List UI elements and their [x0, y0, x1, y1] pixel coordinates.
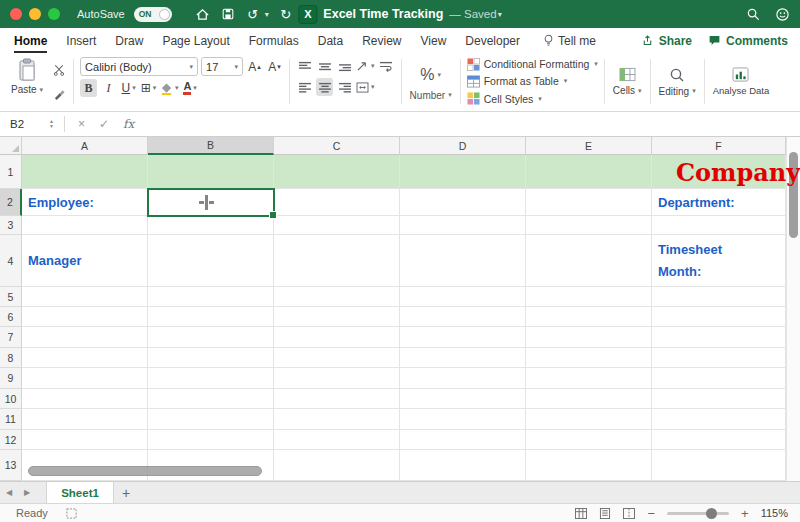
title-chevron-icon[interactable]: ▾ [498, 10, 502, 19]
formula-input[interactable] [141, 112, 800, 136]
cell-e13[interactable] [526, 450, 652, 481]
underline-button[interactable]: U▾ [120, 79, 137, 97]
selection-mode-icon[interactable] [66, 508, 77, 519]
cell-d1[interactable] [400, 155, 526, 189]
cell-styles-button[interactable]: Cell Styles ▾ [467, 92, 598, 106]
zoom-slider-knob[interactable] [706, 508, 717, 519]
tab-review[interactable]: Review [362, 28, 401, 53]
cell-c8[interactable] [274, 348, 400, 368]
cell-e8[interactable] [526, 348, 652, 368]
cell-b1[interactable] [148, 155, 274, 189]
tab-data[interactable]: Data [318, 28, 343, 53]
cell-b3[interactable] [148, 216, 274, 235]
cancel-icon[interactable]: × [78, 117, 85, 131]
cell-b11[interactable] [148, 409, 274, 430]
redo-icon[interactable]: ↻ [278, 5, 294, 23]
cell-c9[interactable] [274, 368, 400, 389]
cell-a6[interactable] [22, 307, 148, 327]
number-format-select[interactable]: Number ▾ [410, 90, 452, 101]
cell-d7[interactable] [400, 327, 526, 348]
bold-button[interactable]: B [80, 79, 97, 97]
row-header-9[interactable]: 9 [0, 368, 22, 389]
row-header-7[interactable]: 7 [0, 327, 22, 348]
row-header-8[interactable]: 8 [0, 348, 22, 368]
column-header-a[interactable]: A [22, 137, 148, 155]
tab-formulas[interactable]: Formulas [249, 28, 299, 53]
wrap-text-icon[interactable] [378, 57, 395, 75]
row-header-2[interactable]: 2 [0, 189, 22, 216]
cell-b4[interactable] [148, 235, 274, 287]
cell-e2[interactable] [526, 189, 652, 216]
cell-d11[interactable] [400, 409, 526, 430]
cell-d9[interactable] [400, 368, 526, 389]
cell-c12[interactable] [274, 430, 400, 450]
cell-c1[interactable] [274, 155, 400, 189]
cell-f5[interactable] [652, 287, 786, 307]
cell-a5[interactable] [22, 287, 148, 307]
cell-a3[interactable] [22, 216, 148, 235]
cell-d13[interactable] [400, 450, 526, 481]
home-icon[interactable] [195, 5, 211, 23]
name-box[interactable]: B2 ▲ ▼ [0, 112, 58, 136]
cell-d2[interactable] [400, 189, 526, 216]
sheet-tab-sheet1[interactable]: Sheet1 [46, 482, 114, 503]
close-button[interactable] [10, 8, 22, 20]
cell-b8[interactable] [148, 348, 274, 368]
normal-view-icon[interactable] [575, 508, 587, 519]
page-break-view-icon[interactable] [623, 508, 635, 519]
sheet-nav-left-icon[interactable]: ◀ [0, 482, 18, 503]
row-header-13[interactable]: 13 [0, 450, 22, 481]
row-header-1[interactable]: 1 [0, 155, 22, 189]
row-header-10[interactable]: 10 [0, 389, 22, 409]
cell-c11[interactable] [274, 409, 400, 430]
font-name-select[interactable]: Calibri (Body)▾ [80, 57, 198, 76]
cell-f12[interactable] [652, 430, 786, 450]
align-left-icon[interactable] [296, 78, 313, 96]
merge-center-button[interactable]: ▾ [356, 78, 375, 96]
cell-d12[interactable] [400, 430, 526, 450]
search-icon[interactable] [746, 7, 761, 22]
cell-b12[interactable] [148, 430, 274, 450]
cell-f11[interactable] [652, 409, 786, 430]
cell-e7[interactable] [526, 327, 652, 348]
borders-button[interactable]: ⊞▾ [140, 79, 157, 97]
add-sheet-button[interactable]: + [114, 482, 138, 503]
row-header-5[interactable]: 5 [0, 287, 22, 307]
cell-f7[interactable] [652, 327, 786, 348]
conditional-formatting-button[interactable]: Conditional Formatting ▾ [467, 57, 598, 71]
cell-a7[interactable] [22, 327, 148, 348]
zoom-out-button[interactable]: − [647, 506, 655, 521]
increase-font-button[interactable]: A▴ [246, 58, 263, 76]
cell-f6[interactable] [652, 307, 786, 327]
cell-b6[interactable] [148, 307, 274, 327]
tab-page-layout[interactable]: Page Layout [162, 28, 229, 53]
align-bottom-icon[interactable] [336, 57, 353, 75]
zoom-level[interactable]: 115% [761, 507, 788, 519]
row-header-4[interactable]: 4 [0, 235, 22, 287]
cell-b7[interactable] [148, 327, 274, 348]
orientation-button[interactable]: ▾ [356, 57, 375, 75]
tab-tell-me[interactable]: Tell me [543, 28, 596, 53]
cell-e9[interactable] [526, 368, 652, 389]
tab-home[interactable]: Home [14, 28, 47, 53]
cell-f10[interactable] [652, 389, 786, 409]
horizontal-scrollbar-thumb[interactable] [28, 466, 262, 476]
autosave-toggle[interactable]: ON [134, 7, 172, 22]
cell-a1[interactable] [22, 155, 148, 189]
undo-icon[interactable]: ↺ [245, 5, 261, 23]
cell-a11[interactable] [22, 409, 148, 430]
percent-style-button[interactable]: % ▾ [420, 63, 441, 87]
cell-f13[interactable] [652, 450, 786, 481]
cell-a12[interactable] [22, 430, 148, 450]
cell-e11[interactable] [526, 409, 652, 430]
cell-d8[interactable] [400, 348, 526, 368]
save-icon[interactable] [220, 5, 236, 23]
column-header-e[interactable]: E [526, 137, 652, 155]
row-header-12[interactable]: 12 [0, 430, 22, 450]
cell-c7[interactable] [274, 327, 400, 348]
column-header-b[interactable]: B [148, 137, 274, 155]
editing-group[interactable]: Editing▾ [655, 56, 700, 107]
align-center-icon[interactable] [316, 78, 333, 96]
enter-icon[interactable]: ✓ [99, 117, 109, 131]
cells-group[interactable]: Cells▾ [609, 56, 646, 107]
